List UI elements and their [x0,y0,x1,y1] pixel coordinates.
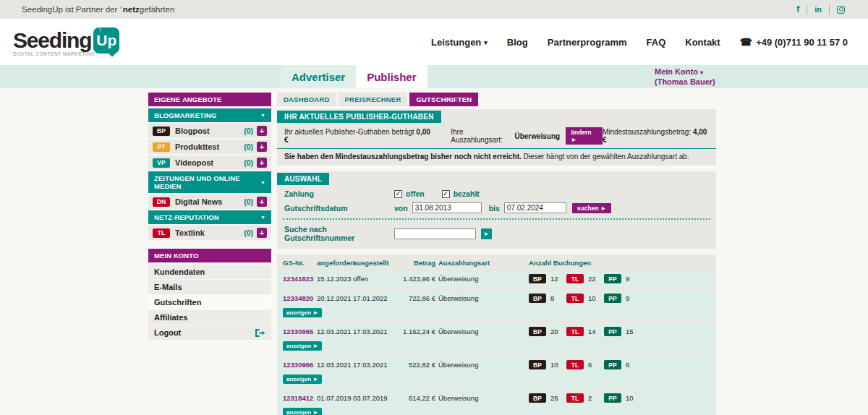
gutschriftsnummer-go-button[interactable]: ► [481,228,492,239]
dotted-divider [283,218,710,220]
logout-icon [255,329,265,337]
tab-dashboard[interactable]: DASHBOARD [277,93,336,106]
offen-label: offen [406,189,425,198]
anzeigen-button[interactable]: anzeigen ► [283,408,322,415]
angefordert-cell: 12.03.2021 [317,328,353,335]
auszahlungsart-cell: Überweisung [438,328,529,335]
account-menu[interactable]: Mein Konto ▾ (Thomas Bauer) [655,67,715,87]
sidebar-section-blogmarketing[interactable]: BLOGMARKETING▼ [148,108,271,122]
gsnr-link[interactable]: 12330965 [283,328,317,335]
nav-kontakt[interactable]: Kontakt [685,37,720,48]
offen-checkbox[interactable]: ✓ [394,190,402,198]
gutschriften-table-section: GS-Nr.angefordertausgestelltBetragAuszah… [277,254,716,415]
buchung-group: BP26 [529,393,566,403]
auszahlungsart-cell: Überweisung [438,294,529,302]
add-offer-button[interactable]: + [257,126,267,136]
sidebar-item-digital-news[interactable]: DNDigital News(0)+ [148,194,271,209]
buchung-group: BP20 [529,327,566,336]
nav-blog[interactable]: Blog [507,37,528,48]
phone-icon: ☎ [740,36,752,48]
anzeigen-button[interactable]: anzeigen ► [283,308,322,317]
partner-text-suffix: gefährten [140,5,175,14]
tl-badge: TL [566,360,584,369]
add-offer-button[interactable]: + [257,158,267,168]
suchen-button[interactable]: suchen ► [572,203,612,213]
tl-badge: TL [566,327,584,336]
buchung-count: 22 [588,275,596,283]
buchung-group: BP8 [529,294,566,303]
sidebar-item-produkttest[interactable]: PTProdukttest(0)+ [148,140,271,154]
tab-publisher[interactable]: Publisher [356,65,427,88]
sidebar-item-gutschriften[interactable]: Gutschriften [148,295,271,309]
von-date-input[interactable] [412,202,482,213]
gsnr-link[interactable]: 12341823 [283,275,317,283]
buchung-group: TL14 [566,327,604,336]
sidebar-item-blogpost[interactable]: BPBlogpost(0)+ [148,124,271,138]
bp-badge: BP [529,294,546,303]
min-payout: Mindestauszahlungsbetrag: 4,00 € [603,128,709,144]
buchung-group: PP9 [604,274,642,283]
add-offer-button[interactable]: + [257,228,267,238]
logo-wordmark: Seeding [13,28,91,53]
offer-count: (0) [244,228,253,237]
payout-value: Überweisung [514,132,560,140]
add-offer-button[interactable]: + [257,142,267,152]
bp-badge: BP [529,360,546,369]
anzeigen-button[interactable]: anzeigen ► [283,341,322,351]
nav-partnerprogramm[interactable]: Partnerprogramm [548,37,627,48]
bis-date-input[interactable] [504,202,566,213]
datum-label: Gutschriftsdatum [284,204,394,213]
social-links: f in [789,4,852,14]
sidebar-item-e-mails[interactable]: E-Mails [148,280,271,294]
guthaben-section-header: IHR AKTUELLES PUBLISHER-GUTHABEN [277,111,441,123]
gsnr-link[interactable]: 12318412 [283,394,317,402]
sidebar: EIGENE ANGEBOTEBLOGMARKETING▼BPBlogpost(… [148,93,271,415]
buchung-count: 10 [626,394,634,402]
auszahlungsart-cell: Überweisung [438,361,529,369]
ausgestellt-cell: 03.07.2019 [353,394,389,402]
seedingup-logo[interactable]: Seeding ↑ Up DIGITAL CONTENT MARKETING [13,27,119,56]
linkedin-icon[interactable]: in [807,5,829,14]
column-header-betrag[interactable]: Betrag [389,259,438,267]
balance-text: Ihr aktuelles Publisher-Guthaben beträgt… [284,128,430,144]
bezahlt-checkbox[interactable]: ✓ [442,190,450,198]
sidebar-item-affiliates[interactable]: Affiliates [148,310,271,325]
guthaben-summary-row: Ihr aktuelles Publisher-Guthaben beträgt… [277,123,716,147]
buchung-group: TL6 [566,360,604,369]
buchungen-badges: BP10TL6PP6 [529,360,716,369]
gsnr-link[interactable]: 12330966 [283,361,317,369]
buchung-count: 10 [550,361,558,369]
nav-faq[interactable]: FAQ [647,37,666,48]
add-offer-button[interactable]: + [257,197,267,207]
sidebar-section-netz-reputation[interactable]: NETZ-REPUTATION▼ [148,210,271,224]
instagram-icon[interactable] [830,6,852,14]
partner-bar: SeedingUp ist Partner der ’netzgefährten… [0,0,868,19]
tab-advertiser[interactable]: Advertiser [281,65,356,88]
change-payout-button[interactable]: ändern ► [566,127,603,145]
column-header-ausgestellt[interactable]: ausgestellt [353,259,389,267]
buchung-group: PP15 [604,327,642,336]
bp-badge: BP [529,327,546,336]
sidebar-section-zeitungen-und-online-medien[interactable]: ZEITUNGEN UND ONLINE MEDIEN▼ [148,171,271,193]
datum-row: Gutschriftsdatum von bis suchen ► [277,200,716,215]
partner-text-prefix: SeedingUp ist Partner der [22,5,120,14]
sidebar-item-logout[interactable]: Logout [148,325,271,340]
column-header-auszahlungsart[interactable]: Auszahlungsart [438,259,529,267]
tab-preisrechner[interactable]: PREISRECHNER [339,93,408,106]
anzeigen-button[interactable]: anzeigen ► [283,375,322,384]
tl-badge: TL [566,294,584,303]
phone-number[interactable]: ☎ +49 (0)711 90 11 57 0 [740,36,848,48]
auswahl-section: AUSWAHL Zahlung ✓ offen ✓ bezahlt Gutsch… [277,171,716,249]
column-header-anzahl-buchungen[interactable]: Anzahl Buchungen [529,259,716,267]
column-header-gs-nr[interactable]: GS-Nr. [283,259,317,267]
sidebar-item-kundendaten[interactable]: Kundendaten [148,265,271,279]
gsnr-link[interactable]: 12334820 [283,294,317,302]
chevron-down-icon: ▾ [700,69,703,76]
sidebar-item-videopost[interactable]: VPVideopost(0)+ [148,155,271,170]
gutschriftsnummer-input[interactable] [394,228,476,239]
column-header-angefordert[interactable]: angefordert [317,259,353,267]
nav-leistungen[interactable]: Leistungen▾ [431,37,488,48]
sidebar-item-textlink[interactable]: TLTextlink(0)+ [148,226,271,240]
facebook-icon[interactable]: f [789,4,807,14]
tab-gutschriften[interactable]: GUTSCHRIFTEN [409,93,478,106]
